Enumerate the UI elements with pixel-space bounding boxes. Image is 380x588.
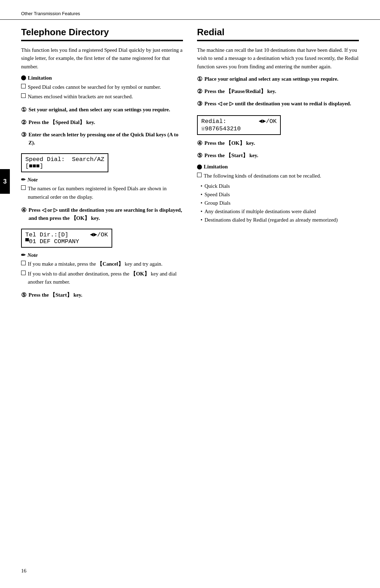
note-title-1: ✏ Note xyxy=(21,177,183,183)
step-a-text: Set your original, and then select any s… xyxy=(28,106,170,114)
left-intro: This function lets you find a registered… xyxy=(21,46,183,71)
note-pencil-icon-2: ✏ xyxy=(21,252,26,258)
note-item-2a: If you make a mistake, press the 【Cancel… xyxy=(21,260,183,268)
right-step-c: ③ Press ◁ or ▷ until the destination you… xyxy=(197,100,359,109)
lcd-display-2: Tel Dir.:[D] ◄►/OK ▀01 DEF COMPANY xyxy=(21,229,112,248)
step-b-num: ② xyxy=(21,118,26,127)
lcd1-line2: [■■■] xyxy=(25,163,104,169)
note-block-1: ✏ Note The names or fax numbers register… xyxy=(21,177,183,201)
left-step-a: ① Set your original, and then select any… xyxy=(21,106,183,114)
right-limitation-bullet-icon xyxy=(197,165,202,169)
step-e-num: ⑤ xyxy=(21,291,26,300)
limitation-list-item-5: Destinations dialed by Redial (regarded … xyxy=(201,216,359,224)
limitation-list-item-2: Speed Dials xyxy=(201,190,359,199)
right-step-e: ⑤ Press the 【Start】 key. xyxy=(197,151,359,160)
note-block-2: ✏ Note If you make a mistake, press the … xyxy=(21,252,183,286)
redial-lcd: Redial: ◄►/OK ☏9876543210 xyxy=(197,115,281,135)
page-container: 3 Other Transmission Features Telephone … xyxy=(0,0,380,588)
right-step-b-text: Press the 【Pause/Redial】 key. xyxy=(204,87,276,95)
page-number: 16 xyxy=(21,568,26,574)
note-item-1: The names or fax numbers registered in S… xyxy=(21,185,183,201)
right-step-e-num: ⑤ xyxy=(197,151,202,160)
step-a-num: ① xyxy=(21,105,26,114)
header-label: Other Transmission Features xyxy=(21,11,80,16)
right-step-c-num: ③ xyxy=(197,99,202,109)
step-e-text: Press the 【Start】 key. xyxy=(28,291,82,299)
step-d-num: ④ xyxy=(21,206,26,215)
step-b-text: Press the 【Speed Dial】 key. xyxy=(28,118,95,126)
redial-lcd-line1: Redial: ◄►/OK xyxy=(201,118,277,125)
step-c-num: ③ xyxy=(21,130,26,140)
chapter-tab: 3 xyxy=(0,169,10,194)
checkbox-icon-2 xyxy=(21,93,26,98)
lcd2-line2: ▀01 DEF COMPANY xyxy=(25,238,108,245)
left-step-c: ③ Enter the search letter by pressing on… xyxy=(21,131,183,147)
right-section-title: Redial xyxy=(197,27,359,41)
lcd1-line1: Speed Dial: Search/AZ xyxy=(25,156,104,163)
note-checkbox-2a xyxy=(21,261,26,265)
lcd-display-1: Speed Dial: Search/AZ [■■■] xyxy=(21,153,108,172)
right-column: Redial The machine can recall the last 1… xyxy=(197,27,359,304)
right-step-d-text: Press the 【OK】 key. xyxy=(204,139,255,147)
limitation-list-item-4: Any destinations if multiple destination… xyxy=(201,207,359,216)
right-step-d: ④ Press the 【OK】 key. xyxy=(197,139,359,148)
lcd2-line1: Tel Dir.:[D] ◄►/OK xyxy=(25,231,108,238)
content-area: Telephone Directory This function lets y… xyxy=(0,27,380,304)
redial-lcd-line2: ☏9876543210 xyxy=(201,125,277,132)
right-limitation: Limitation The following kinds of destin… xyxy=(197,164,359,224)
chapter-number: 3 xyxy=(3,178,7,185)
right-step-b: ② Press the 【Pause/Redial】 key. xyxy=(197,87,359,96)
note-pencil-icon: ✏ xyxy=(21,177,26,183)
right-limitation-intro: The following kinds of destinations can … xyxy=(197,172,359,180)
right-intro: The machine can recall the last 10 desti… xyxy=(197,46,359,71)
right-step-a: ① Place your original and select any sca… xyxy=(197,75,359,84)
right-checkbox-intro xyxy=(197,173,202,177)
right-step-e-text: Press the 【Start】 key. xyxy=(204,151,258,160)
limitation-list-item-3: Group Dials xyxy=(201,199,359,207)
note-checkbox-1 xyxy=(21,185,26,190)
note-item-2b: If you wish to dial another destination,… xyxy=(21,270,183,286)
note-checkbox-2b xyxy=(21,271,26,275)
left-limitation-title: Limitation xyxy=(21,75,183,81)
right-step-b-num: ② xyxy=(197,87,202,96)
right-step-a-text: Place your original and select any scan … xyxy=(204,75,338,83)
limitation-bullet-icon xyxy=(21,75,26,80)
limitation-list-item-1: Quick Dials xyxy=(201,182,359,190)
right-step-d-num: ④ xyxy=(197,139,202,148)
left-step-e: ⑤ Press the 【Start】 key. xyxy=(21,291,183,300)
header-area: Other Transmission Features xyxy=(0,0,380,20)
step-c-text: Enter the search letter by pressing one … xyxy=(28,131,183,147)
left-step-b: ② Press the 【Speed Dial】 key. xyxy=(21,118,183,127)
right-limitation-title: Limitation xyxy=(197,164,359,170)
left-column: Telephone Directory This function lets y… xyxy=(21,27,183,304)
right-limitation-list: Quick Dials Speed Dials Group Dials Any … xyxy=(201,182,359,224)
step-d-text: Press ◁ or ▷ until the destination you a… xyxy=(28,206,183,223)
left-step-d: ④ Press ◁ or ▷ until the destination you… xyxy=(21,206,183,223)
left-section-title: Telephone Directory xyxy=(21,27,183,41)
limitation-item-2: Names enclosed within brackets are not s… xyxy=(21,93,183,101)
note-title-2: ✏ Note xyxy=(21,252,183,258)
right-step-a-num: ① xyxy=(197,75,202,84)
left-limitation: Limitation Speed Dial codes cannot be se… xyxy=(21,75,183,101)
right-step-c-text: Press ◁ or ▷ until the destination you w… xyxy=(204,100,351,108)
checkbox-icon-1 xyxy=(21,84,26,88)
limitation-item-1: Speed Dial codes cannot be searched for … xyxy=(21,83,183,91)
